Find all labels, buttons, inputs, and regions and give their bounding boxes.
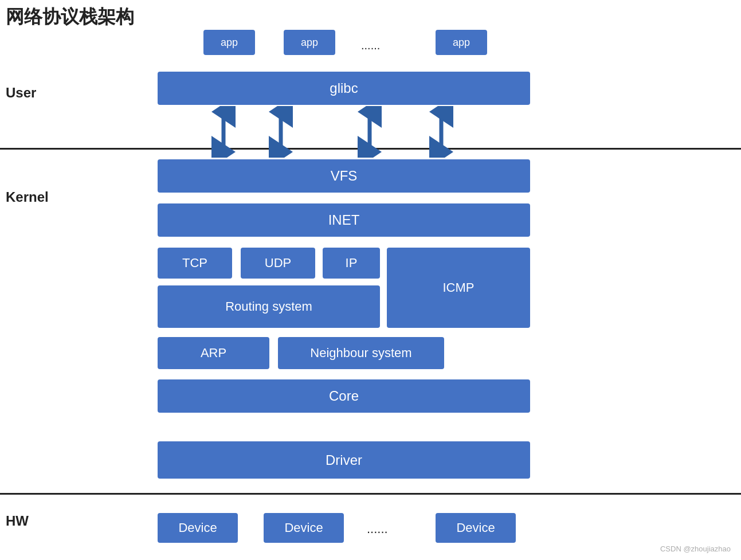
device3-box: Device [436, 513, 516, 543]
kernel-layer-label: Kernel [6, 189, 49, 205]
device1-box: Device [158, 513, 238, 543]
udp-box: UDP [241, 248, 315, 279]
kernel-hw-divider [0, 493, 741, 495]
app1-box: app [203, 30, 255, 55]
hw-layer-label: HW [6, 513, 29, 529]
app3-box: app [436, 30, 487, 55]
icmp-box: ICMP [387, 248, 530, 328]
app2-box: app [284, 30, 335, 55]
ip-box: IP [323, 248, 380, 279]
vfs-box: VFS [158, 159, 530, 193]
core-box: Core [158, 379, 530, 413]
driver-box: Driver [158, 441, 530, 479]
inet-box: INET [158, 203, 530, 237]
device-dots: ...... [367, 522, 388, 536]
arrows-glibc-vfs [158, 106, 530, 158]
watermark: CSDN @zhoujiazhao [660, 545, 731, 553]
device2-box: Device [264, 513, 344, 543]
neighbour-box: Neighbour system [278, 337, 444, 369]
glibc-box: glibc [158, 72, 530, 105]
page-title: 网络协议栈架构 [6, 5, 134, 30]
routing-box: Routing system [158, 285, 380, 328]
user-layer-label: User [6, 85, 36, 101]
tcp-box: TCP [158, 248, 232, 279]
arp-box: ARP [158, 337, 269, 369]
app-dots: ...... [361, 39, 380, 52]
